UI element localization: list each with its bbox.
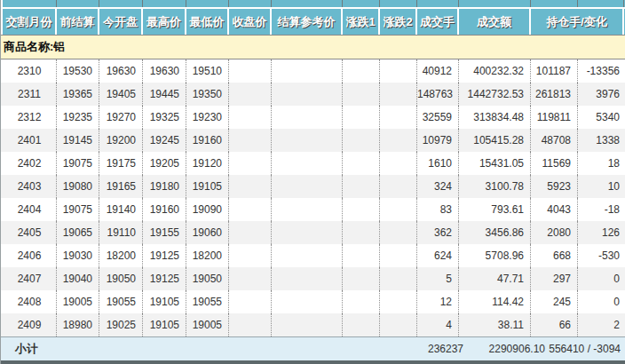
cell-close [229, 267, 272, 290]
cell-volume: 32559 [417, 106, 459, 129]
cell-month: 2310 [3, 59, 57, 83]
cell-settle-ref [272, 83, 343, 106]
column-header-low[interactable]: 最低价 [186, 9, 229, 35]
cell-turnover: 313834.48 [459, 106, 531, 129]
cell-settle-ref [272, 244, 343, 267]
cell-oi-change: 5340 [578, 106, 624, 129]
cell-open: 19055 [99, 290, 143, 313]
column-header-open-interest-change[interactable]: 持仓手/变化 [531, 9, 624, 35]
cell-settle-ref [272, 313, 343, 336]
cell-high: 19205 [143, 152, 186, 175]
table-row[interactable]: 240719040190501912519050547.712970 [1, 267, 625, 290]
cell-change1 [343, 152, 380, 175]
top-strip-cell [459, 0, 531, 7]
cell-change1 [343, 267, 380, 290]
table-row[interactable]: 24081900519055191051905512114.422450 [1, 290, 625, 313]
column-header-change2[interactable]: 涨跌2 [380, 9, 417, 35]
cell-turnover: 38.11 [459, 313, 531, 336]
column-header-high[interactable]: 最高价 [143, 9, 186, 35]
cell-low: 19510 [186, 59, 229, 83]
cell-high: 19155 [143, 221, 186, 244]
cell-volume: 324 [417, 175, 459, 198]
cell-open-interest: 5923 [531, 175, 578, 198]
cell-volume: 624 [417, 244, 459, 267]
cell-low: 18200 [186, 244, 229, 267]
table-row[interactable]: 2311193651940519445193501487631442732.53… [1, 83, 625, 106]
cell-turnover: 47.71 [459, 267, 531, 290]
cell-settle-ref [272, 152, 343, 175]
cell-open-interest: 245 [531, 290, 578, 313]
cell-open: 19630 [99, 59, 143, 83]
subtotal-row: 小计 236237 2290906.10 556410 / -3094 [1, 336, 625, 360]
table-row[interactable]: 240219075191751920519120161015431.051156… [1, 152, 625, 175]
cell-oi-change: -18 [578, 198, 624, 221]
cell-low: 19105 [186, 175, 229, 198]
column-header-settle-ref[interactable]: 结算参考价 [272, 9, 343, 35]
top-strip-cell [380, 0, 417, 7]
cell-prev-settle: 19075 [57, 152, 99, 175]
cell-open: 19050 [99, 267, 143, 290]
commodity-group-label: 商品名称:铝 [4, 40, 65, 53]
cell-settle-ref [272, 175, 343, 198]
commodity-group-row[interactable]: 商品名称:铝 [1, 36, 625, 59]
cell-turnover: 105415.28 [459, 129, 531, 152]
cell-high: 19245 [143, 129, 186, 152]
table-row[interactable]: 2406190301820019125182006245708.96668-53… [1, 244, 625, 267]
cell-close [229, 106, 272, 129]
column-header-change1[interactable]: 涨跌1 [343, 9, 380, 35]
cell-settle-ref [272, 290, 343, 313]
cell-month: 2409 [3, 313, 57, 336]
cell-high: 19125 [143, 267, 186, 290]
cell-change2 [380, 83, 417, 106]
table-row[interactable]: 24041907519140191601909083793.614043-18 [1, 198, 625, 221]
table-row[interactable]: 23121923519270193251923032559313834.4811… [1, 106, 625, 129]
cell-high: 19105 [143, 290, 186, 313]
top-strip-cell [417, 0, 459, 7]
column-header-volume[interactable]: 成交手 [417, 9, 459, 35]
cell-low: 19230 [186, 106, 229, 129]
table-row[interactable]: 2403190801916519180191053243100.78592310 [1, 175, 625, 198]
table-row[interactable]: 23101953019630196301951040912400232.3210… [1, 59, 625, 83]
cell-change1 [343, 59, 380, 83]
top-strip-cell [578, 0, 624, 7]
cell-open-interest: 101187 [531, 59, 578, 83]
cell-month: 2402 [3, 152, 57, 175]
column-header-open[interactable]: 今开盘 [99, 9, 143, 35]
cell-open-interest: 11569 [531, 152, 578, 175]
cell-close [229, 129, 272, 152]
cell-turnover: 1442732.53 [459, 83, 531, 106]
cell-open: 19165 [99, 175, 143, 198]
column-header-prev-settle[interactable]: 前结算 [57, 9, 99, 35]
cell-prev-settle: 19030 [57, 244, 99, 267]
table-row[interactable]: 240918980190251910519005438.11662 [1, 313, 625, 336]
cell-open-interest: 668 [531, 244, 578, 267]
column-header-month[interactable]: 交割月份 [3, 9, 57, 35]
column-header-close[interactable]: 收盘价 [229, 9, 272, 35]
cell-low: 19160 [186, 129, 229, 152]
cell-close [229, 198, 272, 221]
cell-month: 2311 [3, 83, 57, 106]
cell-close [229, 175, 272, 198]
cell-change1 [343, 244, 380, 267]
cell-turnover: 5708.96 [459, 244, 531, 267]
cell-settle-ref [272, 267, 343, 290]
cell-settle-ref [272, 198, 343, 221]
cell-turnover: 15431.05 [459, 152, 531, 175]
cell-volume: 40912 [417, 59, 459, 83]
cell-month: 2403 [3, 175, 57, 198]
cell-low: 19005 [186, 313, 229, 336]
column-header-turnover[interactable]: 成交额 [459, 9, 531, 35]
top-strip-cell [57, 0, 99, 7]
table-body: 23101953019630196301951040912400232.3210… [1, 59, 625, 336]
cell-high: 19325 [143, 106, 186, 129]
cell-prev-settle: 19075 [57, 198, 99, 221]
table-row[interactable]: 24011914519200192451916010979105415.2848… [1, 129, 625, 152]
cell-low: 19055 [186, 290, 229, 313]
cell-month: 2404 [3, 198, 57, 221]
cell-prev-settle: 19040 [57, 267, 99, 290]
cell-month: 2408 [3, 290, 57, 313]
cell-oi-change: 126 [578, 221, 624, 244]
cell-open: 19140 [99, 198, 143, 221]
top-strip-cell [3, 0, 57, 7]
table-row[interactable]: 2405190651911019155190603623456.86208012… [1, 221, 625, 244]
